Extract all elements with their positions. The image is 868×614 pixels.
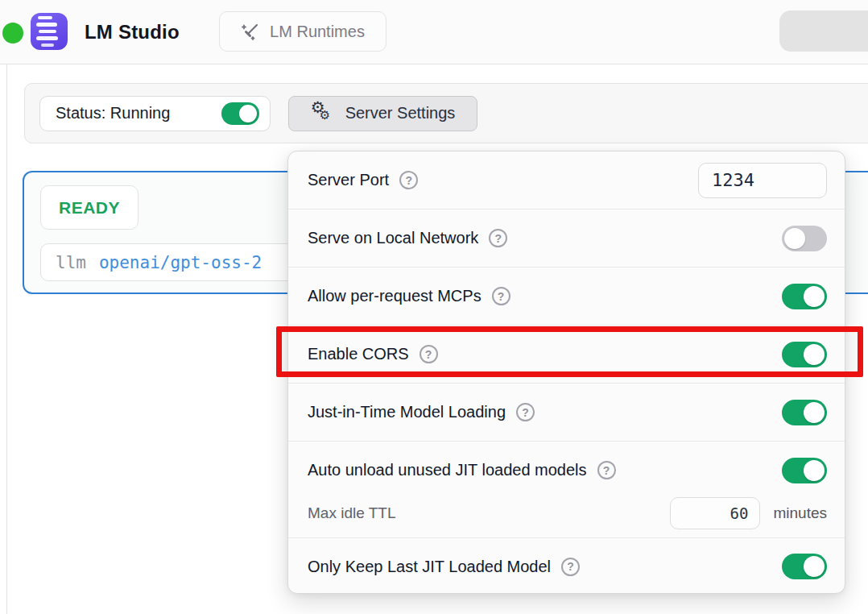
server-toolbar: Status: Running ⚙⚙ Server Settings [24,83,868,143]
toggle-knob [804,286,825,307]
help-icon[interactable]: ? [516,403,535,421]
jit-loading-label: Just-in-Time Model Loading [308,403,506,421]
toggle-knob [804,344,825,365]
gears-icon: ⚙⚙ [311,102,335,126]
per-request-mcps-toggle[interactable] [782,284,827,309]
toggle-knob [804,460,825,481]
lm-runtimes-label: LM Runtimes [270,23,365,41]
settings-row-enable-cors: Enable CORS ? [288,325,845,383]
keep-last-jit-toggle[interactable] [782,554,827,579]
ready-status-badge: READY [40,185,138,230]
header-toolbar-placeholder[interactable] [779,10,868,52]
settings-row-keep-last-jit: Only Keep Last JIT Loaded Model ? [288,537,845,594]
settings-row-auto-unload: Auto unload unused JIT loaded models ? M… [288,441,845,537]
settings-row-local-network: Serve on Local Network ? [288,209,845,267]
enable-cors-toggle[interactable] [782,342,827,367]
server-settings-label: Server Settings [345,104,456,122]
server-status-label: Status: Running [56,104,170,122]
app-header: LM Studio LM Runtimes [0,0,868,64]
enable-cors-label: Enable CORS [308,345,409,363]
local-network-label: Serve on Local Network [308,229,478,247]
toggle-knob [784,228,805,249]
help-icon[interactable]: ? [561,558,580,576]
max-idle-ttl-unit: minutes [773,504,827,522]
magic-wand-icon [241,22,260,41]
jit-loading-toggle[interactable] [782,400,827,425]
max-idle-ttl-input[interactable]: 60 [670,497,760,529]
server-settings-panel: Server Port ? 1234 Serve on Local Networ… [287,151,845,594]
server-port-input[interactable]: 1234 [698,163,827,198]
help-icon[interactable]: ? [492,287,510,305]
settings-row-server-port: Server Port ? 1234 [288,151,845,209]
help-icon[interactable]: ? [399,171,418,189]
content-left-divider [6,64,7,614]
settings-row-per-request-mcps: Allow per-request MCPs ? [288,267,845,325]
help-icon[interactable]: ? [489,229,507,247]
server-port-label: Server Port [308,171,389,189]
server-running-dot [2,23,23,44]
model-type-label: llm [56,253,86,272]
help-icon[interactable]: ? [597,461,616,479]
app-title: LM Studio [85,0,180,64]
max-idle-ttl-row: Max idle TTL 60 minutes [288,499,845,537]
lm-studio-logo-icon [31,13,68,50]
toggle-knob [239,105,257,122]
max-idle-ttl-label: Max idle TTL [308,504,395,522]
settings-row-jit-loading: Just-in-Time Model Loading ? [288,383,845,441]
server-settings-button[interactable]: ⚙⚙ Server Settings [288,96,477,131]
auto-unload-toggle[interactable] [782,458,827,483]
keep-last-jit-label: Only Keep Last JIT Loaded Model [308,558,551,576]
local-network-toggle[interactable] [782,226,827,251]
model-name-label: openai/gpt-oss-2 [99,253,262,272]
lm-runtimes-button[interactable]: LM Runtimes [219,11,386,52]
server-status-control: Status: Running [39,96,271,131]
lm-studio-window: LM Studio LM Runtimes Status: Running [0,0,868,614]
help-icon[interactable]: ? [420,345,438,363]
auto-unload-label: Auto unload unused JIT loaded models [308,461,587,479]
toggle-knob [804,556,825,577]
server-status-toggle[interactable] [221,102,259,125]
per-request-mcps-label: Allow per-request MCPs [308,287,482,305]
toggle-knob [804,402,825,423]
